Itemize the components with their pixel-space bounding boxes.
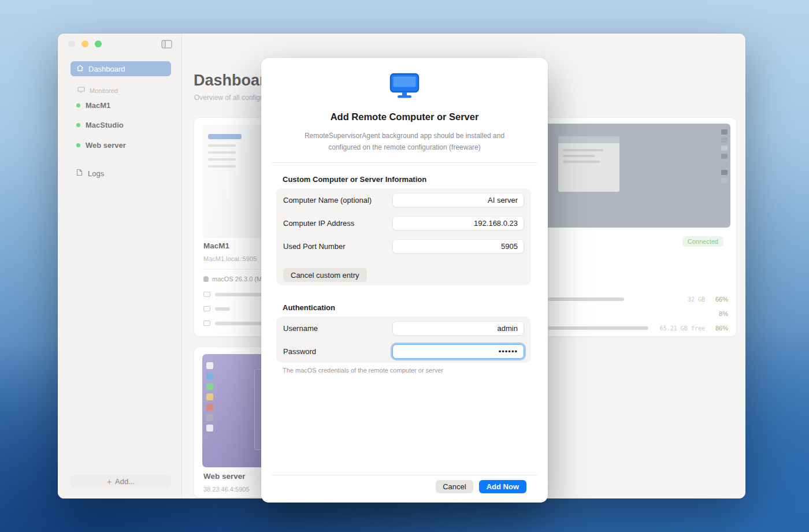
screen-preview	[542, 124, 730, 228]
sidebar-toggle-icon[interactable]	[161, 40, 172, 51]
add-now-button[interactable]: Add Now	[479, 480, 526, 493]
usage-row: 32 GB 66%	[548, 296, 728, 303]
form-row: Computer Name (optional)	[276, 188, 531, 211]
sidebar-item-macm1[interactable]: MacM1	[76, 101, 110, 110]
monitor-icon	[77, 87, 85, 94]
status-dot	[76, 103, 80, 107]
traffic-lights	[68, 40, 102, 47]
usage-bar	[215, 307, 230, 311]
status-dot	[76, 143, 80, 147]
usage-bar	[548, 297, 624, 301]
add-computer-dialog: Add Remote Computer or Server RemoteSupe…	[261, 58, 548, 503]
section-authentication: Authentication	[283, 303, 335, 312]
password-input[interactable]	[392, 344, 524, 359]
cancel-custom-entry-button[interactable]: Cancel custom entry	[283, 268, 367, 282]
authentication-group: Username Password	[276, 317, 531, 363]
sidebar-item-logs[interactable]: Logs	[76, 169, 104, 178]
usage-bar	[548, 326, 648, 330]
disk-icon	[203, 321, 210, 326]
machine-card-remote[interactable]: Connected 32 GB 66% 8% 65.21 GB free 86%	[535, 117, 737, 337]
username-label: Username	[283, 324, 318, 333]
apple-icon	[203, 276, 209, 282]
dialog-subtitle: RemoteSupervisorAgent background app sho…	[289, 131, 520, 154]
sidebar-item-macstudio[interactable]: MacStudio	[76, 121, 124, 129]
usage-row: 8%	[548, 310, 728, 317]
os-info: macOS 26.3.0 (Ma	[203, 276, 265, 282]
form-row: Computer IP Address	[276, 211, 531, 235]
divider	[272, 475, 537, 475]
password-label: Password	[283, 347, 316, 356]
logs-label: Logs	[88, 169, 104, 178]
machine-label: MacM1	[86, 101, 110, 110]
display-icon	[389, 73, 420, 102]
dock-icons	[721, 129, 728, 183]
port-number-label: Used Port Number	[283, 242, 346, 251]
plus-icon: +	[107, 477, 112, 486]
home-icon	[76, 65, 84, 73]
section-custom-info: Custom Computer or Server Information	[283, 175, 426, 184]
status-dot	[76, 123, 80, 127]
sidebar-item-label: Dashboard	[88, 65, 125, 73]
page-subtitle: Overview of all configu	[194, 94, 264, 102]
machine-label: Web server	[86, 141, 126, 150]
desktop-wallpaper: Dashboard Monitored MacM1 MacStudio	[0, 0, 809, 532]
form-row: Username	[276, 317, 531, 340]
dock-icons	[206, 362, 213, 431]
computer-ip-input[interactable]	[392, 216, 524, 230]
computer-name-input[interactable]	[392, 193, 524, 207]
computer-name-label: Computer Name (optional)	[283, 196, 372, 204]
cpu-icon	[203, 292, 210, 297]
sidebar-group-monitored: Monitored	[77, 87, 118, 94]
status-badge: Connected	[682, 236, 723, 247]
custom-info-group: Computer Name (optional) Computer IP Add…	[276, 188, 531, 285]
document-icon	[76, 169, 83, 178]
minimize-button[interactable]	[81, 40, 88, 47]
usage-row	[203, 306, 230, 311]
machine-name: MacM1	[203, 241, 229, 250]
credentials-help-text: The macOS credentials of the remote comp…	[283, 367, 443, 374]
form-row: Password	[276, 340, 531, 363]
username-input[interactable]	[392, 321, 524, 336]
machine-address: 38.23.46.4:5905	[203, 486, 250, 493]
machine-address: MacM1.local.:5905	[203, 255, 257, 262]
dialog-title: Add Remote Computer or Server	[261, 111, 548, 122]
usage-row: 65.21 GB free 86%	[548, 325, 728, 332]
thumb-selection	[208, 134, 242, 139]
port-number-input[interactable]	[392, 239, 524, 254]
monitored-label: Monitored	[90, 87, 118, 94]
memory-icon	[203, 306, 210, 311]
form-row: Used Port Number	[276, 235, 531, 258]
add-computer-button[interactable]: + Add...	[70, 475, 171, 488]
close-button[interactable]	[68, 40, 75, 47]
divider	[272, 162, 537, 163]
machine-label: MacStudio	[86, 121, 124, 129]
sidebar: Dashboard Monitored MacM1 MacStudio	[58, 34, 182, 498]
cancel-button[interactable]: Cancel	[436, 480, 473, 493]
sidebar-item-dashboard[interactable]: Dashboard	[70, 61, 171, 76]
computer-ip-label: Computer IP Address	[283, 219, 354, 228]
sidebar-item-web-server[interactable]: Web server	[76, 141, 126, 150]
dialog-footer: Cancel Add Now	[436, 480, 526, 493]
zoom-button[interactable]	[95, 40, 102, 47]
add-button-label: Add...	[115, 477, 135, 486]
machine-name: Web server	[203, 472, 246, 481]
